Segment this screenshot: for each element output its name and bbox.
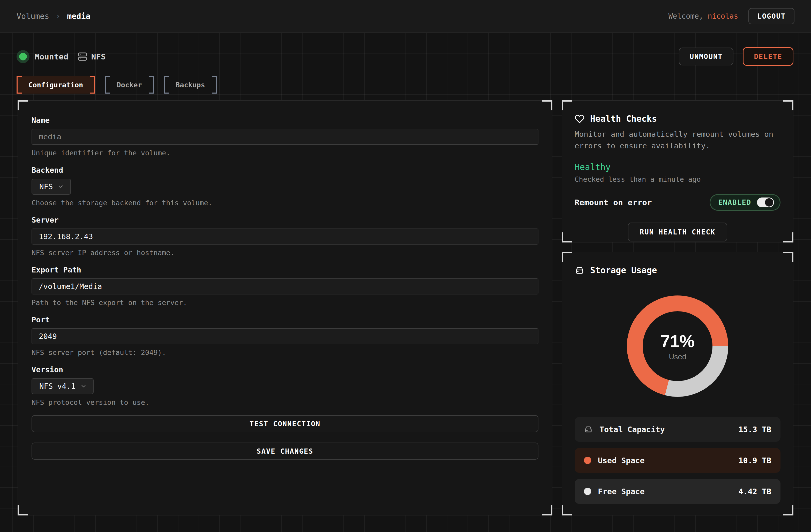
chevron-down-icon bbox=[57, 183, 64, 190]
toggle-track bbox=[757, 198, 774, 207]
version-select[interactable]: NFS v4.1 bbox=[32, 378, 94, 394]
version-select-value: NFS v4.1 bbox=[39, 382, 76, 391]
chevron-right-icon: › bbox=[56, 12, 60, 20]
backend-help: Choose the storage backend for this volu… bbox=[32, 199, 538, 207]
tab-configuration[interactable]: Configuration bbox=[17, 76, 95, 94]
remount-row: Remount on error ENABLED bbox=[575, 194, 780, 211]
mount-status-label: Mounted bbox=[35, 52, 68, 61]
remount-label: Remount on error bbox=[575, 198, 652, 207]
used-space-value: 10.9 TB bbox=[739, 456, 771, 465]
storage-legend: Total Capacity 15.3 TB Used Space 10.9 T… bbox=[575, 417, 780, 504]
health-last-checked: Checked less than a minute ago bbox=[575, 175, 780, 183]
storage-usage-panel: Storage Usage 71% Used Tot bbox=[562, 252, 793, 515]
storage-usage-title: Storage Usage bbox=[590, 265, 657, 275]
tab-docker[interactable]: Docker bbox=[105, 76, 154, 94]
run-health-check-button[interactable]: RUN HEALTH CHECK bbox=[628, 222, 727, 241]
donut-center: 71% Used bbox=[643, 311, 713, 381]
name-label: Name bbox=[32, 116, 538, 125]
used-percent-value: 71% bbox=[660, 331, 694, 351]
total-capacity-value: 15.3 TB bbox=[739, 425, 771, 434]
server-input[interactable] bbox=[32, 229, 538, 245]
used-space-label: Used Space bbox=[598, 456, 645, 465]
heart-icon bbox=[575, 114, 584, 124]
server-field-group: Server NFS server IP address or hostname… bbox=[32, 216, 538, 257]
used-space-row: Used Space 10.9 TB bbox=[575, 448, 780, 473]
server-icon bbox=[78, 52, 87, 61]
test-connection-button[interactable]: TEST CONNECTION bbox=[32, 415, 538, 432]
backend-select[interactable]: NFS bbox=[32, 178, 71, 195]
server-label: Server bbox=[32, 216, 538, 224]
export-path-label: Export Path bbox=[32, 265, 538, 274]
top-bar: Volumes › media Welcome, nicolas LOGOUT bbox=[0, 0, 811, 33]
port-field-group: Port NFS server port (default: 2049). bbox=[32, 315, 538, 357]
health-checks-title: Health Checks bbox=[590, 114, 657, 124]
welcome-prefix: Welcome, bbox=[669, 12, 703, 20]
remount-toggle-label: ENABLED bbox=[718, 198, 751, 206]
username: nicolas bbox=[707, 12, 738, 20]
export-path-help: Path to the NFS export on the server. bbox=[32, 299, 538, 307]
breadcrumb: Volumes › media bbox=[17, 12, 91, 21]
unmount-button[interactable]: UNMOUNT bbox=[679, 48, 734, 65]
total-capacity-row: Total Capacity 15.3 TB bbox=[575, 417, 780, 442]
storage-usage-title-row: Storage Usage bbox=[575, 265, 780, 275]
free-space-value: 4.42 TB bbox=[739, 487, 771, 496]
status-row: Mounted NFS UNMOUNT DELETE bbox=[17, 47, 793, 66]
name-help: Unique identifier for the volume. bbox=[32, 149, 538, 157]
tab-bar: Configuration Docker Backups bbox=[17, 76, 217, 94]
export-path-input[interactable] bbox=[32, 278, 538, 294]
free-space-label: Free Space bbox=[598, 487, 645, 496]
configuration-panel: Name Unique identifier for the volume. B… bbox=[18, 100, 552, 515]
port-input[interactable] bbox=[32, 328, 538, 344]
mount-status: Mounted bbox=[17, 50, 68, 63]
backend-badge-label: NFS bbox=[91, 52, 106, 61]
delete-button[interactable]: DELETE bbox=[743, 47, 793, 66]
page-content: Mounted NFS UNMOUNT DELETE Configuration… bbox=[0, 33, 811, 532]
backend-label: Backend bbox=[32, 166, 538, 174]
export-path-field-group: Export Path Path to the NFS export on th… bbox=[32, 265, 538, 307]
breadcrumb-current-volume: media bbox=[67, 12, 90, 21]
free-space-row: Free Space 4.42 TB bbox=[575, 479, 780, 504]
used-space-dot bbox=[584, 457, 591, 464]
save-changes-button[interactable]: SAVE CHANGES bbox=[32, 442, 538, 459]
remount-toggle[interactable]: ENABLED bbox=[709, 194, 780, 211]
hard-drive-icon bbox=[575, 265, 584, 275]
total-capacity-label: Total Capacity bbox=[599, 425, 665, 434]
logout-button[interactable]: LOGOUT bbox=[748, 8, 794, 24]
port-label: Port bbox=[32, 315, 538, 324]
backend-field-group: Backend NFS Choose the storage backend f… bbox=[32, 166, 538, 207]
health-checks-title-row: Health Checks bbox=[575, 114, 780, 124]
used-percent-label: Used bbox=[669, 353, 686, 361]
backend-badge: NFS bbox=[78, 52, 106, 61]
free-space-dot bbox=[584, 488, 591, 495]
health-checks-panel: Health Checks Monitor and automatically … bbox=[562, 100, 793, 242]
backend-select-value: NFS bbox=[39, 182, 53, 191]
welcome-text: Welcome, nicolas bbox=[669, 12, 738, 20]
version-field-group: Version NFS v4.1 NFS protocol version to… bbox=[32, 365, 538, 406]
storage-donut-chart: 71% Used bbox=[627, 296, 728, 397]
version-help: NFS protocol version to use. bbox=[32, 398, 538, 406]
chevron-down-icon bbox=[80, 383, 87, 390]
server-help: NFS server IP address or hostname. bbox=[32, 249, 538, 257]
health-status: Healthy bbox=[575, 162, 780, 172]
port-help: NFS server port (default: 2049). bbox=[32, 348, 538, 357]
breadcrumb-volumes[interactable]: Volumes bbox=[17, 12, 49, 21]
name-field-group: Name Unique identifier for the volume. bbox=[32, 116, 538, 157]
hard-drive-icon bbox=[584, 425, 593, 434]
mounted-status-dot bbox=[17, 50, 30, 63]
tab-backups[interactable]: Backups bbox=[164, 76, 217, 94]
health-description: Monitor and automatically remount volume… bbox=[575, 128, 780, 152]
toggle-knob bbox=[765, 198, 773, 206]
version-label: Version bbox=[32, 365, 538, 374]
name-input[interactable] bbox=[32, 129, 538, 145]
